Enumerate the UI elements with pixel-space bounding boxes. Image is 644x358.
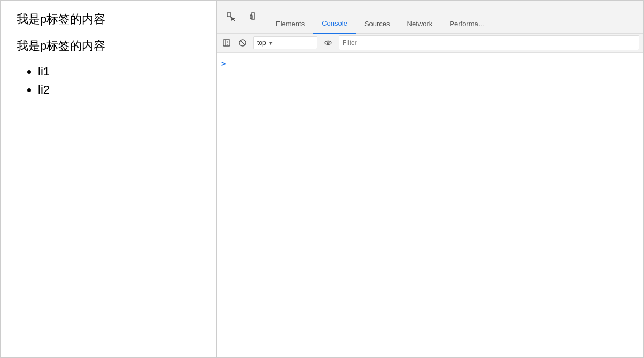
inspect-element-button[interactable] [220, 6, 243, 28]
eye-icon [324, 39, 332, 47]
sidebar-toggle-icon [223, 39, 230, 47]
devtools-panel: Elements Console Sources Network Perform… [217, 1, 643, 357]
svg-line-10 [240, 41, 245, 45]
device-toolbar-button[interactable] [243, 6, 265, 28]
paragraph-2: 我是p标签的内容 [17, 38, 200, 54]
tab-console[interactable]: Console [313, 14, 356, 34]
context-selector[interactable]: top ▼ [253, 36, 317, 49]
clear-console-button[interactable] [235, 35, 250, 50]
devtools-top-toolbar: Elements Console Sources Network Perform… [217, 1, 643, 34]
console-output-area[interactable]: > [217, 53, 643, 357]
filter-input[interactable] [339, 36, 639, 49]
webpage-content: 我是p标签的内容 我是p标签的内容 li1 li2 [1, 1, 217, 357]
filter-container [339, 35, 639, 50]
devtools-tabs: Elements Console Sources Network Perform… [265, 1, 640, 34]
list-item-1: li1 [38, 65, 200, 79]
inspect-icon [227, 12, 236, 22]
tab-network[interactable]: Network [399, 14, 441, 34]
tab-elements[interactable]: Elements [267, 14, 313, 34]
console-prompt-line: > [217, 57, 643, 70]
context-value: top [257, 39, 266, 47]
paragraph-1: 我是p标签的内容 [17, 11, 200, 27]
dropdown-arrow-icon: ▼ [268, 40, 274, 46]
list-item-2: li2 [38, 83, 200, 97]
clear-icon [239, 39, 246, 47]
svg-rect-0 [227, 13, 231, 17]
svg-point-3 [253, 18, 253, 18]
device-icon [249, 12, 259, 22]
svg-point-13 [328, 42, 329, 43]
tab-performance[interactable]: Performa… [441, 14, 493, 34]
console-chevron-icon[interactable]: > [221, 59, 226, 68]
devtools-console-toolbar: top ▼ [217, 34, 643, 53]
tab-sources[interactable]: Sources [356, 14, 399, 34]
sidebar-toggle-button[interactable] [219, 35, 234, 50]
eye-button[interactable] [321, 35, 336, 50]
list: li1 li2 [38, 65, 200, 97]
